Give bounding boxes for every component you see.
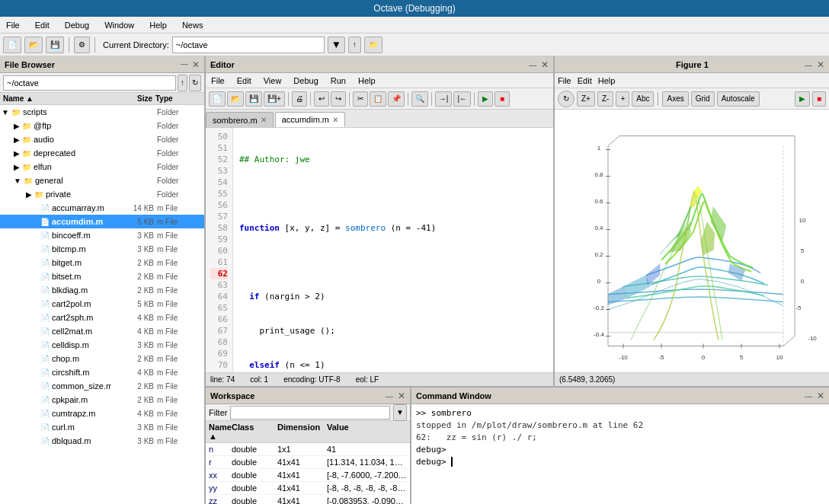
figure-menu-file[interactable]: File [558,76,571,85]
list-item[interactable]: ▶ 📁 elfun Folder [0,160,204,174]
editor-menu-file[interactable]: File [209,75,227,86]
code-content[interactable]: ## Author: jwe function [x, y, z] = somb… [233,128,553,372]
editor-cut[interactable]: ✂ [353,91,368,107]
file-browser-path-input[interactable] [3,75,176,91]
list-item[interactable]: 📄 bitset.m 2 KB m File [0,270,204,283]
workspace-minimize[interactable]: — [383,392,395,400]
figure-minimize[interactable]: — [802,61,815,69]
editor-menu-run[interactable]: Run [328,75,348,86]
figure-zoom-in[interactable]: Z+ [577,91,595,107]
file-browser-nav-up[interactable]: ↑ [178,75,187,91]
list-item[interactable]: 📄 cart2sph.m 4 KB m File [0,311,204,324]
editor-menu-view[interactable]: View [261,75,284,86]
editor-redo[interactable]: ↪ [331,91,346,107]
list-item[interactable]: 📄 bincoeff.m 3 KB m File [0,228,204,242]
figure-axes[interactable]: Axes [662,91,688,107]
table-row[interactable]: yy double 41x41 [-8, -8, -8, -8, -8, -8,… [206,482,410,495]
menu-window[interactable]: Window [101,19,137,31]
tab-sombrero-close[interactable]: ✕ [261,116,267,124]
editor-save-as[interactable]: 💾+ [264,91,285,107]
toolbar-save[interactable]: 💾 [46,37,64,53]
figure-menu-edit[interactable]: Edit [578,76,592,85]
figure-close[interactable]: ✕ [817,59,824,70]
list-item[interactable]: 📄 cumtrapz.m 4 KB m File [0,407,204,420]
list-item[interactable]: 📄 cart2pol.m 5 KB m File [0,297,204,311]
editor-menu-help[interactable]: Help [356,75,378,86]
editor-indent[interactable]: →| [435,91,453,107]
file-browser-minimize[interactable]: — [178,59,190,70]
toolbar-navigate-up[interactable]: ↑ [348,37,361,53]
figure-grid[interactable]: Grid [691,91,715,107]
list-item[interactable]: ▶ 📁 @ftp Folder [0,119,204,132]
list-item[interactable]: ▶ 📁 private Folder [0,187,204,201]
figure-menu-help[interactable]: Help [598,76,616,85]
list-item[interactable]: 📄 curl.m 3 KB m File [0,420,204,434]
ws-header-name[interactable]: Name ▲ [206,422,229,442]
list-item[interactable]: 📄 chop.m 2 KB m File [0,352,204,365]
current-directory-input[interactable] [172,37,325,53]
file-browser-close[interactable]: ✕ [192,59,200,70]
workspace-close[interactable]: ✕ [398,391,405,401]
editor-paste[interactable]: 📌 [388,91,405,107]
editor-copy[interactable]: 📋 [370,91,386,107]
editor-run[interactable]: ▶ [478,91,493,107]
menu-debug[interactable]: Debug [62,19,92,31]
toolbar-browse[interactable]: 📁 [364,37,382,53]
figure-text[interactable]: Abc [632,91,654,107]
list-item[interactable]: ▶ 📁 deprecated Folder [0,146,204,160]
editor-outdent[interactable]: |← [453,91,471,107]
toolbar-btn-extra1[interactable]: ⚙ [74,37,90,53]
list-item[interactable]: ▼ 📁 scripts Folder [0,105,204,119]
list-item[interactable]: 📄 cell2mat.m 4 KB m File [0,324,204,338]
list-item[interactable]: 📄 accumarray.m 14 KB m File [0,201,204,215]
ws-header-dimension[interactable]: Dimension [274,422,324,442]
table-row[interactable]: r double 41x41 [11.314, 11.034, 10.763, … [206,456,410,469]
command-minimize[interactable]: — [802,392,815,400]
file-col-size[interactable]: Size [110,94,155,103]
editor-stop[interactable]: ■ [495,91,510,107]
current-dir-dropdown[interactable]: ▼ [328,37,345,53]
toolbar-open[interactable]: 📂 [24,37,43,53]
list-item[interactable]: ▼ 📁 general Folder [0,174,204,187]
list-item[interactable]: ▶ 📁 audio Folder [0,132,204,146]
ws-header-class[interactable]: Class [229,422,274,442]
editor-menu-edit[interactable]: Edit [235,75,254,86]
table-row[interactable]: zz double 41x41 [-0.083953, -0.090556, -… [206,495,410,504]
workspace-filter-input[interactable] [230,406,390,419]
file-col-name[interactable]: Name ▲ [3,94,110,103]
list-item[interactable]: 📄 celldisp.m 3 KB m File [0,338,204,352]
editor-save[interactable]: 💾 [245,91,262,107]
list-item[interactable]: 📄 cpkpair.m 2 KB m File [0,393,204,407]
list-item[interactable]: 📄 circshift.m 4 KB m File [0,365,204,379]
figure-pan[interactable]: + [616,91,629,107]
file-browser-refresh[interactable]: ↻ [189,75,201,91]
toolbar-new-file[interactable]: 📄 [3,37,21,53]
list-item[interactable]: 📄 accumdim.m 5 KB m File [0,215,204,228]
figure-autoscale[interactable]: Autoscale [717,91,760,107]
editor-undo[interactable]: ↩ [314,91,329,107]
editor-find[interactable]: 🔍 [411,91,428,107]
figure-rotate-btn[interactable]: ↻ [558,91,575,107]
editor-minimize[interactable]: — [527,61,539,69]
editor-menu-debug[interactable]: Debug [291,75,320,86]
list-item[interactable]: 📄 bitcmp.m 3 KB m File [0,242,204,256]
workspace-filter-btn[interactable]: ▼ [393,404,407,421]
tab-accumdim-close[interactable]: ✕ [332,116,338,124]
editor-new[interactable]: 📄 [209,91,226,107]
command-close[interactable]: ✕ [817,391,824,401]
list-item[interactable]: 📄 dblquad.m 3 KB m File [0,434,204,448]
figure-stop[interactable]: ■ [812,91,826,107]
menu-edit[interactable]: Edit [32,19,53,31]
file-col-type[interactable]: Type [155,94,201,103]
list-item[interactable]: 📄 common_size.m 2 KB m File [0,379,204,393]
list-item[interactable]: 📄 bitget.m 2 KB m File [0,256,204,270]
ws-header-value[interactable]: Value [324,422,410,442]
editor-print[interactable]: 🖨 [292,91,307,107]
list-item[interactable]: 📄 blkdiag.m 2 KB m File [0,283,204,297]
editor-open[interactable]: 📂 [227,91,244,107]
tab-accumdim[interactable]: accumdim.m ✕ [275,112,345,127]
editor-close[interactable]: ✕ [541,59,549,70]
table-row[interactable]: n double 1x1 41 [206,443,410,456]
menu-help[interactable]: Help [146,19,170,31]
tab-sombrero[interactable]: sombrero.m ✕ [206,112,274,127]
